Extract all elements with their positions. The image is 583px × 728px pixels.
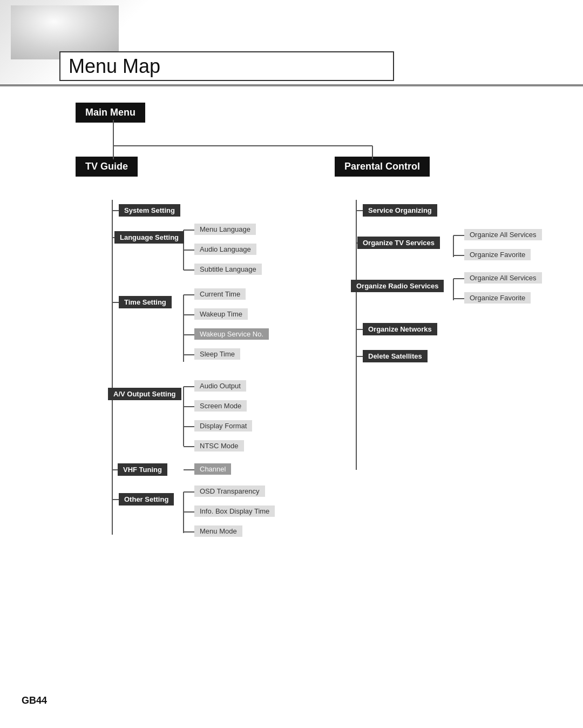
menu-mode-label: Menu Mode [194,525,242,537]
audio-output-node: Audio Output [194,380,246,392]
second-level-section: System Setting Language Setting Menu Lan… [22,200,561,567]
language-setting-node: Language Setting [114,231,184,244]
wakeup-service-node: Wakeup Service No. [194,328,269,340]
screen-mode-label: Screen Mode [194,400,247,412]
organize-networks-node: Organize Networks [363,323,437,335]
info-box-label: Info. Box Display Time [194,505,275,517]
audio-output-label: Audio Output [194,380,246,392]
current-time-label: Current Time [194,288,246,300]
main-menu-node: Main Menu [76,103,145,123]
organize-fav-tv-node: Organize Favorite [464,249,531,260]
service-organizing-node: Service Organizing [363,204,437,217]
menu-language-node: Menu Language [194,224,256,235]
wakeup-time-node: Wakeup Time [194,308,248,320]
organize-fav-radio-node: Organize Favorite [464,292,531,304]
audio-language-node: Audio Language [194,244,256,255]
screen-mode-node: Screen Mode [194,400,247,412]
organize-tv-label: Organize TV Services [357,237,440,249]
wakeup-service-label: Wakeup Service No. [194,328,269,340]
main-menu-label: Main Menu [76,103,145,123]
display-format-label: Display Format [194,420,252,432]
audio-language-label: Audio Language [194,244,256,255]
delete-satellites-label: Delete Satellites [363,350,428,362]
display-format-node: Display Format [194,420,252,432]
av-output-node: A/V Output Setting [108,388,181,400]
time-setting-label: Time Setting [119,296,172,308]
sleep-time-node: Sleep Time [194,348,240,360]
sleep-time-label: Sleep Time [194,348,240,360]
system-setting-node: System Setting [119,204,180,217]
system-setting-label: System Setting [119,204,180,217]
page-number: GB44 [22,695,47,706]
menu-language-label: Menu Language [194,224,256,235]
header-line [0,84,583,86]
organize-radio-node: Organize Radio Services [351,280,444,292]
title-box: Menu Map [59,51,394,81]
ntsc-mode-node: NTSC Mode [194,440,244,451]
menu-mode-node: Menu Mode [194,525,242,537]
other-setting-label: Other Setting [119,493,174,505]
other-setting-node: Other Setting [119,493,174,505]
page-title: Menu Map [69,55,160,78]
osd-transparency-label: OSD Transparency [194,486,265,497]
vhf-tuning-label: VHF Tuning [118,463,167,476]
ntsc-mode-label: NTSC Mode [194,440,244,451]
top-level-section: Main Menu TV Guide Parental Control [22,97,561,194]
organize-all-tv-node: Organize All Services [464,229,542,240]
organize-all-radio-label: Organize All Services [464,272,542,284]
channel-label: Channel [194,463,231,475]
parental-control-node: Parental Control [335,157,430,177]
tv-guide-node: TV Guide [76,157,138,177]
parental-control-label: Parental Control [335,157,430,177]
tv-guide-label: TV Guide [76,157,138,177]
time-setting-node: Time Setting [119,296,172,308]
organize-networks-label: Organize Networks [363,323,437,335]
vhf-tuning-node: VHF Tuning [118,463,167,476]
info-box-node: Info. Box Display Time [194,505,275,517]
subtitle-language-node: Subtitle Language [194,264,262,275]
language-setting-label: Language Setting [114,231,184,244]
channel-node: Channel [194,463,231,475]
service-organizing-label: Service Organizing [363,204,437,217]
organize-fav-tv-label: Organize Favorite [464,249,531,260]
osd-transparency-node: OSD Transparency [194,486,265,497]
organize-radio-label: Organize Radio Services [351,280,444,292]
delete-satellites-node: Delete Satellites [363,350,428,362]
organize-all-radio-node: Organize All Services [464,272,542,284]
main-content: Main Menu TV Guide Parental Control [0,86,583,589]
header: Menu Map [0,0,583,86]
subtitle-language-label: Subtitle Language [194,264,262,275]
organize-tv-node: Organize TV Services [357,237,440,249]
av-output-label: A/V Output Setting [108,388,181,400]
wakeup-time-label: Wakeup Time [194,308,248,320]
organize-all-tv-label: Organize All Services [464,229,542,240]
organize-fav-radio-label: Organize Favorite [464,292,531,304]
current-time-node: Current Time [194,288,246,300]
